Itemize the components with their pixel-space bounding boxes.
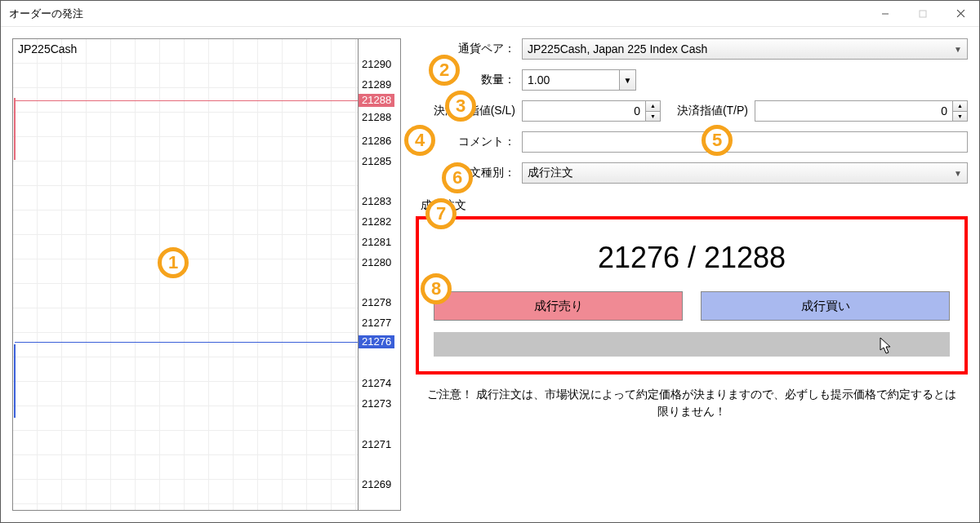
row-order-type: 注文種別： 成行注文 ▼ (416, 162, 968, 184)
ordertype-value: 成行注文 (528, 166, 573, 180)
sl-value: 0 (523, 101, 645, 121)
price-tick: 21290 (362, 58, 391, 70)
market-buy-button[interactable]: 成行買い (701, 291, 950, 321)
bid-tick-bar (14, 344, 16, 418)
price-tick: 21283 (362, 195, 391, 207)
price-tick: 21273 (362, 397, 391, 410)
tick-chart[interactable]: JP225Cash 21290 21289 21288 21288 21286 … (12, 38, 401, 511)
currency-pair-dropdown[interactable]: JP225Cash, Japan 225 Index Cash ▼ (522, 38, 968, 60)
order-form: 通貨ペア： JP225Cash, Japan 225 Index Cash ▼ … (416, 38, 968, 511)
cursor-icon (880, 337, 893, 359)
market-sell-button[interactable]: 成行売り (434, 291, 683, 321)
price-tick: 21286 (362, 135, 391, 147)
comment-input[interactable] (522, 131, 968, 153)
qty-label: 数量： (416, 73, 522, 87)
qty-value: 1.00 (523, 73, 619, 86)
bid-ask-display: 21276 / 21288 (434, 241, 950, 275)
price-tick: 21289 (362, 78, 391, 91)
svg-rect-1 (920, 11, 926, 17)
titlebar: オーダーの発注 (1, 1, 979, 27)
maximize-button[interactable] (904, 1, 942, 26)
tp-value: 0 (755, 101, 952, 121)
chevron-down-icon: ▼ (619, 70, 635, 90)
window-title: オーダーの発注 (9, 7, 83, 21)
disabled-bar (434, 332, 950, 357)
quantity-combo[interactable]: 1.00 ▼ (522, 69, 636, 91)
bid-marker: 21276 (359, 335, 394, 348)
chevron-down-icon: ▼ (954, 45, 962, 54)
tp-input[interactable]: 0 ▲▼ (755, 100, 968, 122)
price-tick: 21271 (362, 438, 391, 450)
row-quantity: 数量： 1.00 ▼ (416, 69, 968, 91)
close-button[interactable] (942, 1, 979, 26)
market-order-box: 21276 / 21288 成行売り 成行買い (416, 216, 968, 375)
order-window: オーダーの発注 JP225Cash 21290 (0, 0, 980, 523)
ordertype-label: 注文種別： (416, 166, 522, 180)
price-tick: 21285 (362, 155, 391, 167)
price-tick: 21278 (362, 296, 391, 308)
price-tick: 21277 (362, 317, 391, 329)
bid-line (15, 342, 358, 343)
price-scale: 21290 21289 21288 21288 21286 21285 2128… (358, 39, 400, 510)
price-tick: 21281 (362, 236, 391, 248)
sl-input[interactable]: 0 ▲▼ (522, 100, 661, 122)
window-controls (866, 1, 979, 26)
comment-label: コメント： (416, 135, 522, 149)
tp-label: 決済指値(T/P) (661, 104, 755, 118)
row-currency-pair: 通貨ペア： JP225Cash, Japan 225 Index Cash ▼ (416, 38, 968, 60)
order-buttons: 成行売り 成行買い (434, 291, 950, 321)
price-tick: 21269 (362, 478, 391, 490)
price-tick: 21282 (362, 215, 391, 228)
ask-marker: 21288 (359, 94, 394, 107)
price-tick: 21280 (362, 256, 391, 268)
chart-area: JP225Cash (13, 39, 358, 510)
row-comment: コメント： (416, 131, 968, 153)
price-tick: 21274 (362, 377, 391, 389)
market-order-group-label: 成行注文 (421, 198, 968, 213)
pair-value: JP225Cash, Japan 225 Index Cash (528, 42, 707, 55)
price-tick: 21288 (362, 111, 391, 123)
ask-tick-bar (14, 98, 16, 160)
ask-line (15, 100, 358, 101)
content: JP225Cash 21290 21289 21288 21288 21286 … (1, 27, 979, 522)
pair-label: 通貨ペア： (416, 42, 522, 56)
chevron-down-icon: ▼ (954, 169, 962, 178)
row-sl-tp: 決済逆指値(S/L) 0 ▲▼ 決済指値(T/P) 0 ▲▼ (416, 100, 968, 122)
order-type-dropdown[interactable]: 成行注文 ▼ (522, 162, 968, 184)
sl-label: 決済逆指値(S/L) (416, 104, 522, 118)
tp-spin[interactable]: ▲▼ (952, 101, 967, 121)
market-order-notice: ご注意！ 成行注文は、市場状況によって約定価格が決まりますので、必ずしも提示価格… (416, 386, 968, 420)
minimize-button[interactable] (866, 1, 904, 26)
chart-symbol: JP225Cash (18, 42, 77, 55)
sl-spin[interactable]: ▲▼ (645, 101, 660, 121)
